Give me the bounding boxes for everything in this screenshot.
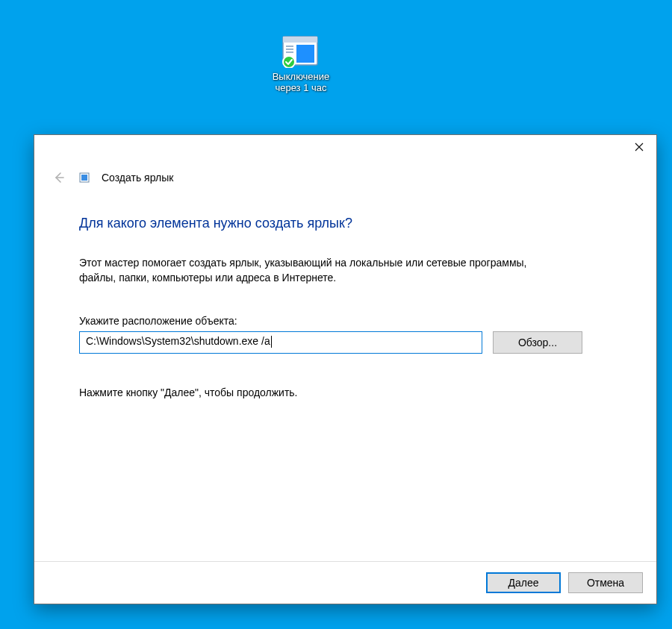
window-title: Создать ярлык (102, 172, 173, 184)
svg-rect-9 (81, 175, 87, 181)
back-button (51, 169, 67, 186)
close-icon (635, 143, 644, 151)
wizard-description: Этот мастер помогает создать ярлык, указ… (79, 255, 557, 285)
create-shortcut-wizard: Создать ярлык Для какого элемента нужно … (34, 134, 657, 604)
svg-rect-2 (286, 46, 293, 47)
svg-point-6 (283, 56, 295, 68)
location-field-label: Укажите расположение объекта: (79, 315, 612, 327)
wizard-hint: Нажмите кнопку "Далее", чтобы продолжить… (79, 387, 612, 398)
cancel-button[interactable]: Отмена (568, 572, 643, 593)
titlebar (34, 135, 656, 165)
browse-button[interactable]: Обзор... (493, 331, 582, 354)
app-window-icon (281, 35, 320, 68)
desktop-shortcut-label: Выключениечерез 1 час (260, 71, 342, 93)
wizard-footer: Далее Отмена (34, 561, 656, 604)
next-button[interactable]: Далее (486, 572, 561, 593)
wizard-body: Для какого элемента нужно создать ярлык?… (34, 189, 656, 561)
svg-rect-5 (296, 45, 314, 63)
desktop-shortcut[interactable]: Выключениечерез 1 час (260, 35, 342, 93)
close-button[interactable] (622, 135, 656, 159)
header-row: Создать ярлык (34, 165, 656, 189)
location-input-value: C:\Windows\System32\shutdown.exe /a (86, 335, 270, 347)
shortcut-wizard-icon (79, 172, 90, 183)
location-input[interactable]: C:\Windows\System32\shutdown.exe /a (79, 331, 482, 354)
text-caret (271, 336, 272, 348)
svg-rect-3 (286, 48, 293, 50)
svg-rect-1 (283, 37, 317, 43)
wizard-heading: Для какого элемента нужно создать ярлык? (79, 216, 612, 231)
svg-rect-4 (286, 51, 293, 53)
back-arrow-icon (52, 171, 66, 184)
